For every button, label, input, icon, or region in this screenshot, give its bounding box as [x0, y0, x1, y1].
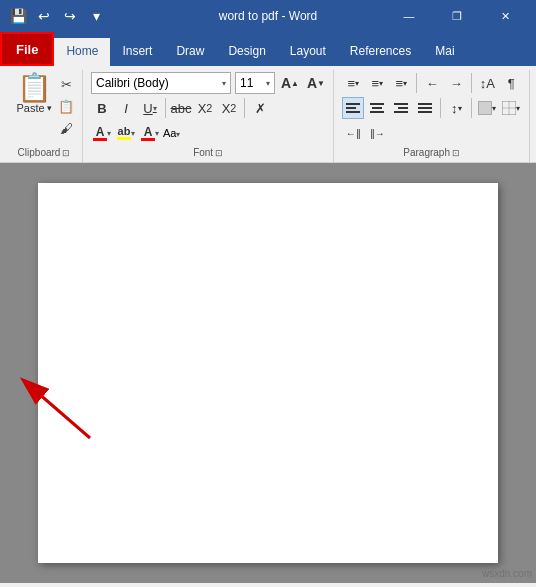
borders-button[interactable]: ▾ — [500, 97, 522, 119]
line-spacing-button[interactable]: ↕▾ — [445, 97, 467, 119]
shading-icon — [478, 101, 492, 115]
shading-button[interactable]: ▾ — [476, 97, 498, 119]
font-expand-icon[interactable]: ⊡ — [215, 148, 223, 158]
paragraph-group: ≡▾ ≡▾ ≡▾ ← → ↕A ¶ — [334, 70, 530, 162]
font-group: Calibri (Body) ▾ 11 ▾ A▲ A▼ B I U▾ abc — [83, 70, 334, 162]
text-color-button[interactable]: A ▾ — [139, 122, 161, 144]
minimize-button[interactable]: — — [386, 0, 432, 32]
bold-button[interactable]: B — [91, 97, 113, 119]
paragraph-group-content: ≡▾ ≡▾ ≡▾ ← → ↕A ¶ — [342, 72, 522, 147]
tab-draw[interactable]: Draw — [164, 38, 216, 66]
justify-button[interactable] — [414, 97, 436, 119]
font-separator — [165, 98, 166, 118]
paste-button[interactable]: 📋 Paste ▾ — [12, 72, 56, 116]
clipboard-expand-icon[interactable]: ⊡ — [62, 148, 70, 158]
svg-rect-3 — [370, 103, 384, 105]
highlight-btn-inner: ab — [117, 126, 131, 140]
paragraph-list-row: ≡▾ ≡▾ ≡▾ ← → ↕A ¶ — [342, 72, 522, 94]
font-size-decrease-button[interactable]: A▼ — [305, 72, 327, 94]
para-sep2 — [471, 73, 472, 93]
align-center-icon — [370, 101, 384, 115]
underline-dropdown-arrow: ▾ — [153, 104, 157, 113]
bullets-button[interactable]: ≡▾ — [342, 72, 364, 94]
format-painter-button[interactable]: 🖌 — [56, 118, 76, 138]
font-color-btn-inner: A — [93, 126, 107, 141]
align-left-button[interactable] — [342, 97, 364, 119]
paragraph-group-label: Paragraph ⊡ — [342, 147, 521, 160]
para-sep3 — [440, 98, 441, 118]
increase-indent-button[interactable]: → — [445, 72, 467, 94]
font-selector-row: Calibri (Body) ▾ 11 ▾ A▲ A▼ — [91, 72, 327, 94]
paragraph-align-row: ↕▾ ▾ ▾ — [342, 97, 522, 119]
indent-left-button[interactable]: ←‖ — [342, 122, 364, 144]
para-sep1 — [416, 73, 417, 93]
highlight-bar — [117, 137, 131, 140]
cut-button[interactable]: ✂ — [56, 74, 76, 94]
shading-dropdown: ▾ — [492, 104, 496, 113]
para-sep4 — [471, 98, 472, 118]
svg-rect-10 — [418, 107, 432, 109]
aa-button[interactable]: Aa▾ — [163, 127, 180, 139]
close-button[interactable]: ✕ — [482, 0, 528, 32]
numbering-button[interactable]: ≡▾ — [366, 72, 388, 94]
sort-button[interactable]: ↕A — [476, 72, 498, 94]
strikethrough-button[interactable]: abc — [170, 97, 192, 119]
show-marks-button[interactable]: ¶ — [500, 72, 522, 94]
tab-mailings[interactable]: Mai — [423, 38, 466, 66]
decrease-indent-button[interactable]: ← — [421, 72, 443, 94]
subscript-button[interactable]: X2 — [194, 97, 216, 119]
align-right-button[interactable] — [390, 97, 412, 119]
ribbon-body: 📋 Paste ▾ ✂ 📋 🖌 Clipboard ⊡ Calibri (Bo — [0, 66, 536, 163]
italic-button[interactable]: I — [115, 97, 137, 119]
save-icon[interactable]: 💾 — [8, 6, 28, 26]
font-format-row: B I U▾ abc X2 X2 ✗ — [91, 97, 271, 119]
svg-rect-9 — [418, 103, 432, 105]
font-color-bar — [93, 138, 107, 141]
tab-insert[interactable]: Insert — [110, 38, 164, 66]
font-separator2 — [244, 98, 245, 118]
text-color-bar — [141, 138, 155, 141]
borders-dropdown: ▾ — [516, 104, 520, 113]
svg-rect-7 — [398, 107, 408, 109]
tab-layout[interactable]: Layout — [278, 38, 338, 66]
font-name-selector[interactable]: Calibri (Body) ▾ — [91, 72, 231, 94]
tab-file[interactable]: File — [0, 32, 54, 66]
align-center-button[interactable] — [366, 97, 388, 119]
paste-label: Paste — [16, 102, 44, 114]
paragraph-expand-icon[interactable]: ⊡ — [452, 148, 460, 158]
align-left-icon — [346, 101, 360, 115]
underline-button[interactable]: U▾ — [139, 97, 161, 119]
customize-quick-access-icon[interactable]: ▾ — [86, 6, 106, 26]
font-size-selector[interactable]: 11 ▾ — [235, 72, 275, 94]
paste-icon: 📋 — [17, 74, 52, 102]
tab-references[interactable]: References — [338, 38, 423, 66]
redo-icon[interactable]: ↪ — [60, 6, 80, 26]
tab-design[interactable]: Design — [216, 38, 277, 66]
copy-button[interactable]: 📋 — [56, 96, 76, 116]
text-highlight-button[interactable]: ab ▾ — [115, 122, 137, 144]
tab-home[interactable]: Home — [54, 38, 110, 66]
superscript-button[interactable]: X2 — [218, 97, 240, 119]
clipboard-group: 📋 Paste ▾ ✂ 📋 🖌 Clipboard ⊡ — [6, 70, 83, 162]
clear-formatting-button[interactable]: ✗ — [249, 97, 271, 119]
font-group-label: Font ⊡ — [91, 147, 325, 160]
svg-rect-0 — [346, 103, 360, 105]
font-size-increase-button[interactable]: A▲ — [279, 72, 301, 94]
svg-rect-5 — [370, 111, 384, 113]
font-size-dropdown-arrow: ▾ — [266, 79, 270, 88]
clipboard-group-label: Clipboard ⊡ — [12, 147, 76, 160]
restore-button[interactable]: ❐ — [434, 0, 480, 32]
undo-icon[interactable]: ↩ — [34, 6, 54, 26]
text-color-dropdown: ▾ — [155, 129, 159, 138]
multilevel-list-button[interactable]: ≡▾ — [390, 72, 412, 94]
borders-icon — [502, 101, 516, 115]
document-page[interactable] — [38, 183, 498, 563]
clipboard-group-content: 📋 Paste ▾ ✂ 📋 🖌 — [12, 72, 76, 147]
font-group-content: Calibri (Body) ▾ 11 ▾ A▲ A▼ B I U▾ abc — [91, 72, 327, 147]
font-color-button[interactable]: A ▾ — [91, 122, 113, 144]
indent-right-button[interactable]: ‖→ — [366, 122, 388, 144]
window-controls: — ❐ ✕ — [386, 0, 528, 32]
justify-icon — [418, 101, 432, 115]
paste-dropdown-arrow[interactable]: ▾ — [47, 103, 52, 113]
svg-rect-2 — [346, 111, 360, 113]
